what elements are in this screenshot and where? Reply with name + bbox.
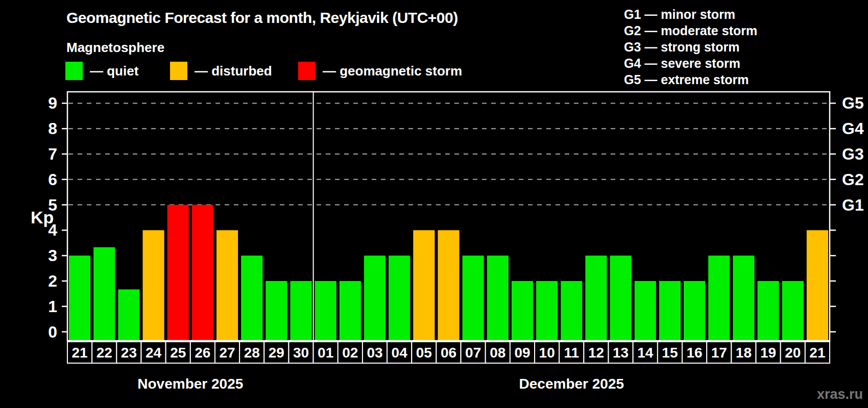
date-label-15: 15 (662, 345, 678, 361)
bar-day-15 (659, 281, 681, 341)
date-label-05: 05 (416, 345, 432, 361)
bar-day-03 (364, 256, 385, 341)
y-tick-label-6: 6 (48, 170, 57, 189)
date-label-07: 07 (465, 345, 481, 361)
date-label-06: 06 (441, 345, 456, 361)
date-label-12: 12 (588, 345, 604, 361)
bar-day-25 (167, 205, 189, 341)
date-label-09: 09 (514, 345, 530, 361)
bar-day-06 (438, 230, 459, 341)
bar-day-02 (340, 281, 361, 341)
bar-day-13 (610, 256, 632, 341)
date-label-22: 22 (97, 345, 112, 361)
date-label-24: 24 (146, 345, 162, 361)
bar-day-30 (290, 281, 311, 341)
bar-day-28 (241, 256, 262, 341)
bar-day-01 (315, 281, 336, 341)
date-label-26: 26 (195, 345, 210, 361)
right-axis-label-G5: G5 (842, 94, 864, 112)
right-axis-label-G2: G2 (842, 170, 864, 189)
date-label-28: 28 (244, 345, 260, 361)
date-label-30: 30 (293, 345, 309, 361)
date-label-16: 16 (687, 345, 703, 361)
date-label-18: 18 (736, 345, 752, 361)
bar-day-05 (413, 230, 435, 341)
date-label-14: 14 (637, 345, 654, 361)
y-tick-label-8: 8 (48, 119, 57, 138)
bar-day-10 (536, 281, 558, 341)
y-axis-title: Kp (31, 208, 54, 227)
date-label-03: 03 (367, 345, 382, 361)
y-tick-label-7: 7 (48, 145, 57, 163)
bar-day-21 (807, 230, 828, 341)
bar-day-23 (118, 289, 139, 341)
date-label-17: 17 (711, 345, 727, 361)
bar-day-08 (487, 256, 509, 341)
bar-day-26 (192, 205, 213, 341)
bar-day-21 (69, 256, 90, 341)
date-label-08: 08 (490, 345, 505, 361)
right-axis-label-G1: G1 (842, 196, 864, 214)
date-label-10: 10 (539, 345, 555, 361)
date-label-01: 01 (318, 345, 333, 361)
right-axis-label-G3: G3 (842, 145, 864, 163)
bar-day-20 (782, 281, 804, 341)
date-label-13: 13 (613, 345, 629, 361)
bar-day-17 (708, 256, 730, 341)
date-label-23: 23 (121, 345, 137, 361)
date-label-20: 20 (785, 345, 801, 361)
date-label-21: 21 (72, 345, 88, 361)
bar-day-09 (512, 281, 533, 341)
y-tick-label-1: 1 (48, 297, 57, 316)
geomagnetic-forecast-screen: Geomagnetic Forecast for a month, Reykja… (0, 0, 868, 408)
bar-day-24 (142, 230, 164, 341)
date-label-29: 29 (269, 345, 284, 361)
bar-day-19 (758, 281, 779, 341)
date-label-19: 19 (760, 345, 776, 361)
right-axis-label-G4: G4 (842, 119, 864, 138)
date-label-04: 04 (392, 345, 408, 361)
date-label-11: 11 (564, 345, 580, 361)
bar-day-29 (266, 281, 287, 341)
y-tick-label-0: 0 (48, 323, 57, 341)
date-label-21: 21 (809, 345, 825, 361)
bar-day-22 (93, 247, 115, 341)
y-tick-label-3: 3 (48, 246, 57, 265)
month-label-december: December 2025 (519, 376, 624, 392)
bar-day-16 (684, 281, 705, 341)
y-tick-label-2: 2 (48, 272, 57, 290)
bar-day-27 (216, 230, 238, 341)
bar-day-14 (635, 281, 656, 341)
y-tick-label-9: 9 (48, 94, 57, 112)
bar-day-18 (733, 256, 754, 341)
bar-day-11 (561, 281, 582, 341)
bar-day-07 (463, 256, 484, 341)
month-label-november: November 2025 (137, 376, 243, 392)
watermark-xras: xras.ru (817, 387, 863, 402)
bar-day-12 (585, 256, 607, 341)
date-label-27: 27 (219, 345, 235, 361)
kp-forecast-chart: 0123456789G1G2G3G4G5Kp212223242526272829… (0, 0, 868, 408)
bar-day-04 (389, 256, 410, 341)
date-label-25: 25 (170, 345, 186, 361)
date-label-02: 02 (342, 345, 358, 361)
